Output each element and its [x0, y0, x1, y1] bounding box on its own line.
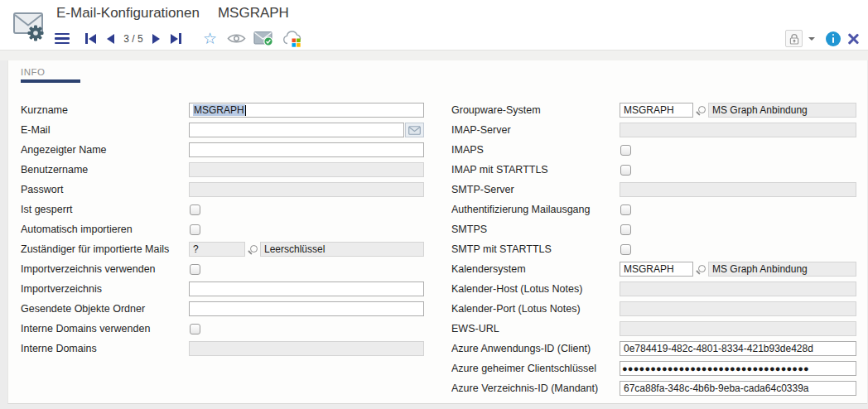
form-row: EWS-URL [451, 319, 856, 339]
menu-icon[interactable] [55, 29, 70, 48]
email-picker-button[interactable] [405, 123, 424, 137]
automatisch-importieren-checkbox[interactable] [190, 224, 200, 235]
benutzername-input [189, 162, 424, 177]
kalender-lookup-button[interactable] [693, 264, 708, 274]
dropdown-caret-icon[interactable] [808, 37, 815, 41]
form-row: Kurzname MSGRAPH [21, 100, 424, 120]
next-record-icon[interactable] [152, 29, 161, 48]
toolbar: 3 / 5 ☆ [55, 29, 303, 48]
imaps-checkbox[interactable] [620, 145, 631, 156]
favorite-star-icon[interactable]: ☆ [201, 29, 219, 48]
field-label: IMAP-Server [451, 124, 620, 136]
field-label: Ist gesperrt [21, 204, 189, 215]
zustaendiger-lookup-button[interactable] [245, 244, 260, 254]
previous-record-icon[interactable] [106, 29, 115, 48]
field-label: Kalender-Port (Lotus Notes) [451, 303, 620, 315]
form-row: Importverzeichnis verwenden [21, 259, 424, 279]
magnifier-icon [696, 264, 706, 274]
field-label: SMTPS [451, 224, 620, 235]
form-column-right: Groupware-System MSGRAPH MS Graph Anbind… [451, 100, 856, 398]
toolbar-right [785, 29, 861, 48]
form-row: Ist gesperrt [21, 200, 424, 219]
field-label: Interne Domains verwenden [21, 323, 189, 334]
smtps-checkbox[interactable] [620, 224, 631, 235]
form-row: IMAPS [451, 140, 856, 160]
form-row: Azure geheimer Clientschlüssel [451, 358, 856, 378]
email-check-icon[interactable] [253, 29, 274, 48]
form-row: Benutzername [21, 160, 424, 180]
smtp-starttls-checkbox[interactable] [620, 244, 631, 255]
field-label: Passwort [21, 184, 189, 195]
azure-client-id-input[interactable] [620, 341, 856, 356]
groupware-system-key-input[interactable]: MSGRAPH [620, 103, 693, 118]
angezeigter-name-input[interactable] [189, 142, 424, 157]
importverzeichnis-verwenden-checkbox[interactable] [190, 264, 200, 275]
imap-server-input [620, 123, 856, 137]
form-row: Interne Domains [21, 339, 424, 358]
field-label: Importverzeichnis verwenden [21, 263, 189, 275]
form-row: E-Mail [21, 120, 424, 140]
field-label: Interne Domains [21, 343, 189, 354]
kurzname-input[interactable]: MSGRAPH [189, 103, 424, 118]
header-separator-band [0, 51, 868, 60]
kalendersystem-name-input: MS Graph Anbindung [708, 262, 856, 277]
form-row: Azure Verzeichnis-ID (Mandant) [451, 378, 856, 398]
text-caret [245, 105, 246, 116]
groupware-name-input: MS Graph Anbindung [708, 103, 856, 118]
first-record-icon[interactable] [84, 29, 97, 48]
kalender-port-input [620, 301, 856, 316]
record-counter: 3 / 5 [117, 29, 150, 48]
last-record-icon[interactable] [170, 29, 182, 48]
gesendete-objekte-ordner-input[interactable] [189, 301, 424, 316]
window-header: E-Mail-KonfigurationenMSGRAPH 3 / 5 ☆ [0, 0, 868, 51]
info-icon[interactable] [826, 31, 841, 46]
field-label: Importverzeichnis [21, 283, 189, 295]
field-label: Automatisch importieren [21, 224, 189, 235]
email-input[interactable] [189, 123, 404, 137]
field-label: Azure Anwendungs-ID (Client) [451, 343, 620, 354]
field-label: Groupware-System [451, 104, 620, 116]
azure-tenant-id-input[interactable] [620, 381, 856, 396]
importverzeichnis-input[interactable] [189, 281, 424, 296]
cloud-microsoft-icon[interactable] [282, 29, 303, 48]
field-label: Azure geheimer Clientschlüssel [451, 363, 620, 374]
form-row: Azure Anwendungs-ID (Client) [451, 339, 856, 358]
field-label: Angezeigter Name [21, 144, 189, 156]
form-row: Groupware-System MSGRAPH MS Graph Anbind… [451, 100, 856, 120]
field-label: Kurzname [21, 104, 189, 116]
email-configuration-app-icon [9, 6, 47, 44]
form-column-left: Kurzname MSGRAPH E-Mail Angezeigter Name… [21, 100, 424, 358]
interne-domains-verwenden-checkbox[interactable] [190, 324, 200, 334]
close-icon[interactable] [846, 31, 861, 46]
form-row: Angezeigter Name [21, 140, 424, 160]
field-label: Zuständiger für importierte Mails [21, 243, 189, 255]
ist-gesperrt-checkbox[interactable] [190, 204, 200, 215]
envelope-icon [408, 126, 421, 135]
field-label: Azure Verzeichnis-ID (Mandant) [451, 383, 620, 394]
field-label: E-Mail [21, 124, 189, 136]
page-title-text: E-Mail-Konfigurationen [56, 5, 200, 21]
watch-eye-icon[interactable] [227, 29, 246, 48]
azure-client-secret-input[interactable] [620, 361, 856, 376]
form-row: Kalendersystem MSGRAPH MS Graph Anbindun… [451, 259, 856, 279]
kalendersystem-key-input[interactable]: MSGRAPH [620, 262, 693, 277]
tab-info[interactable]: INFO [21, 67, 45, 77]
page-title: E-Mail-KonfigurationenMSGRAPH [56, 5, 289, 22]
form-row: Importverzeichnis [21, 279, 424, 299]
groupware-lookup-button[interactable] [693, 105, 708, 115]
form-row: Kalender-Port (Lotus Notes) [451, 299, 856, 319]
field-label: Kalender-Host (Lotus Notes) [451, 283, 620, 295]
ews-url-input [620, 321, 856, 336]
form-row: IMAP mit STARTTLS [451, 160, 856, 180]
form-row: Interne Domains verwenden [21, 319, 424, 339]
form-row: SMTP-Server [451, 180, 856, 200]
authentifizierung-mailausgang-checkbox[interactable] [620, 204, 631, 215]
lock-icon[interactable] [785, 30, 803, 47]
field-label: SMTP-Server [451, 184, 620, 195]
zustaendiger-key-input: ? [189, 242, 245, 257]
form-row: Gesendete Objekte Ordner [21, 299, 424, 319]
imap-starttls-checkbox[interactable] [620, 165, 631, 176]
field-label: Gesendete Objekte Ordner [21, 303, 189, 315]
field-label: IMAPS [451, 144, 620, 156]
magnifier-icon [248, 244, 258, 254]
